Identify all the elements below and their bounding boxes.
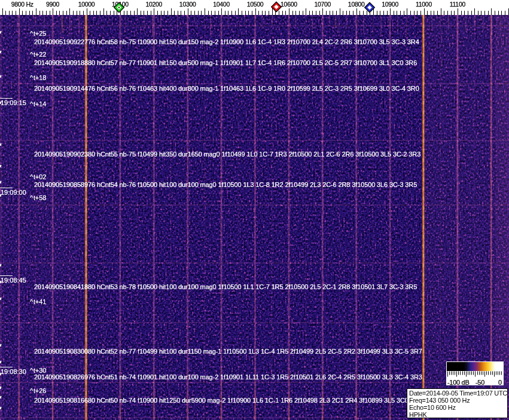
svg-text:10800: 10800	[348, 1, 365, 8]
svg-text:-50: -50	[476, 379, 484, 386]
svg-text:11100: 11100	[450, 1, 466, 8]
svg-text:10400: 10400	[213, 1, 230, 8]
svg-text:10300: 10300	[179, 1, 196, 8]
svg-text:10200: 10200	[145, 1, 162, 8]
svg-text:9900: 9900	[46, 1, 60, 8]
svg-text:0: 0	[498, 379, 502, 386]
svg-text:10900: 10900	[382, 1, 398, 8]
svg-text:9800 Hz: 9800 Hz	[11, 1, 33, 8]
svg-text:10700: 10700	[314, 1, 331, 8]
svg-text:10500: 10500	[247, 1, 264, 8]
svg-text:-100 dB: -100 dB	[447, 379, 469, 386]
svg-text:11000: 11000	[416, 1, 432, 8]
svg-text:10600: 10600	[281, 1, 297, 8]
svg-text:10000: 10000	[78, 1, 95, 8]
